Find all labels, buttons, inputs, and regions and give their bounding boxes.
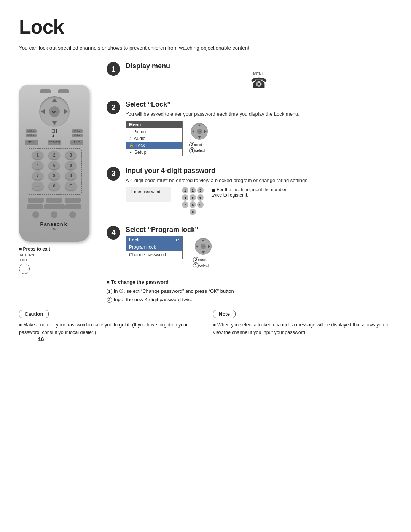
num-8[interactable]: 8 [48,171,60,180]
nav-right-4 [208,245,210,248]
hint-7: 7 [182,201,188,208]
bottom-circle-2[interactable] [51,211,57,218]
menu-item-picture: □ Picture [126,128,182,135]
press-to-exit-label: ■ Press to exit [19,246,99,252]
nav-ok-2: OK [197,129,202,134]
num-dash[interactable]: — [32,182,43,190]
exit-btn[interactable]: EXIT [70,140,83,145]
menu-item-lock: 🔒 Lock [126,142,182,149]
num-3[interactable]: 3 [65,151,76,159]
arrow-left-icon [41,109,45,114]
to-change-title: ■ To change the password [107,279,392,285]
nav-mini-ring-4: OK [195,238,212,255]
menu-btn[interactable]: MENU [25,140,38,145]
return-exit-labels: RETURNEXIT [20,253,99,262]
num-1[interactable]: 1 [32,151,43,159]
audio-icon: ♫ [129,136,132,141]
bottom-row-1 [27,198,82,203]
num-0[interactable]: 0 [48,182,60,190]
arrow-down-icon [52,121,57,125]
nav-down-4 [202,251,205,254]
bottom-rect-5[interactable] [44,204,65,209]
intro-text: You can lock out specified channels or s… [19,45,392,51]
step-2-num: 2 [107,101,120,114]
nav-mini-4: OK [195,238,212,255]
vol-down-btn: VOL▼ [26,134,37,137]
num-6[interactable]: 6 [65,161,76,169]
return-exit-circle [19,264,30,274]
step-2-title: Select “Lock” [126,101,392,109]
num-4[interactable]: 4 [32,161,43,169]
num-clear[interactable]: C [65,182,76,190]
num-7[interactable]: 7 [32,171,43,180]
ch-label: CH▲ [51,129,57,137]
caution-note-row: Caution ● Make a note of your password i… [19,310,392,336]
numpad: 1 2 3 4 5 6 7 8 9 — 0 C [27,148,82,195]
note-label: Note [213,310,236,318]
bottom-rect-1[interactable] [28,198,44,203]
step-4-nav: OK 2next 1select [190,236,212,268]
step-3-title: Input your 4-digit password [126,167,392,175]
bottom-rect-6[interactable] [65,204,81,209]
bottom-rect-2[interactable] [46,198,62,203]
step-2-select-label: 1select [189,148,205,153]
step-4-content: Select “Program lock” Lock ↩ Program loc… [126,226,392,268]
lock-menu-program-lock: Program lock [126,243,182,251]
step-2: 2 Select “Lock” You will be asked to ent… [107,101,392,156]
bottom-circle-1[interactable] [32,211,39,218]
numpad-row-3: 7 8 9 [29,171,79,180]
hint-6: 6 [197,194,204,201]
menu-item-setup: ★ Setup [126,149,182,156]
caution-text: ● Make a note of your password in case y… [19,321,198,336]
nav-up-2 [198,124,201,126]
bottom-circle-3[interactable] [69,211,76,218]
num-2[interactable]: 2 [48,151,60,159]
numpad-hint: 1 2 3 4 5 6 7 8 9 0 [182,187,204,215]
tv-label: TV [23,228,86,231]
page-title: Lock [19,15,392,38]
step-1-num: 1 [107,62,120,76]
note-box: Note ● When you select a locked channel,… [213,310,392,336]
steps-column: 1 Display menu MENU ☎ 2 Select “Lock” Yo… [99,62,392,304]
tv-menu-display: Menu □ Picture ♫ Audio 🔒 Loc [126,121,183,156]
remote-column: OK VOL▲ VOL▼ CH▲ CH▲ CH▼ MENU RETURN [19,62,99,304]
password-box: Enter password. _ _ _ _ [126,187,171,202]
vol-buttons: VOL▲ VOL▼ [26,129,37,137]
step-4-visual: Lock ↩ Program lock Change password [126,236,392,268]
arrow-up-icon [52,98,57,102]
num-9[interactable]: 9 [65,171,76,180]
arrow-block: OK [23,96,86,127]
hint-4: 4 [182,194,188,201]
step-3-content: Input your 4-digit password A 4-digit co… [126,167,392,216]
step-4-next-label: 2next [193,257,209,263]
return-btn[interactable]: RETURN [48,140,61,145]
remote-control: OK VOL▲ VOL▼ CH▲ CH▲ CH▼ MENU RETURN [19,85,89,242]
caution-box: Caution ● Make a note of your password i… [19,310,198,336]
step-3-visual: Enter password. _ _ _ _ 1 2 3 4 5 6 7 [126,187,392,215]
numpad-row-4: — 0 C [29,182,79,190]
bottom-buttons [27,198,82,218]
num-5[interactable]: 5 [48,161,60,169]
hint-2: 2 [190,187,196,193]
hint-8: 8 [190,201,196,208]
arrow-right-icon [64,109,68,114]
ok-button[interactable]: OK [49,106,60,117]
nav-down-2 [198,136,201,139]
step-3: 3 Input your 4-digit password A 4-digit … [107,167,392,216]
hand-remote-icon: ☎ [250,76,268,90]
panasonic-logo: Panasonic [23,221,86,227]
numpad-row-2: 4 5 6 [29,161,79,169]
arrow-ring: OK [39,96,70,127]
step-3-num: 3 [107,167,120,181]
nav-mini-ring-2: OK [191,123,208,140]
bottom-rect-4[interactable] [27,204,43,209]
step-2-visual: Menu □ Picture ♫ Audio 🔒 Loc [126,121,392,156]
page-number: 16 [38,336,411,342]
hint-1: 1 [182,187,188,193]
bottom-row-2 [27,204,82,209]
bottom-rect-3[interactable] [65,198,81,203]
setup-icon: ★ [129,150,132,154]
hint-3: 3 [197,187,204,193]
step-3-note: ⬤ For the first time, input the number t… [212,187,288,198]
remote-oval-btn-1 [40,89,51,93]
